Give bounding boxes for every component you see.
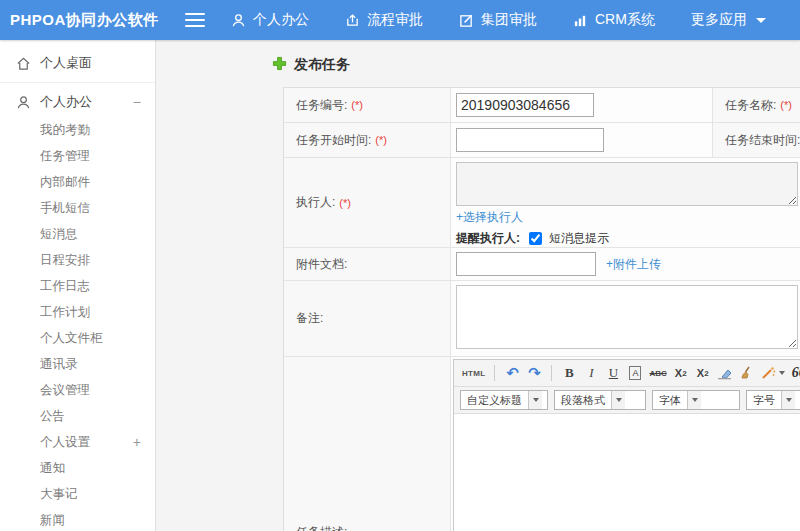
sidebar-item-label: 个人桌面 [40, 54, 92, 72]
remove-format-button[interactable]: A [625, 363, 645, 383]
sidebar-item-label: 短消息 [40, 226, 78, 243]
nav-label: 更多应用 [691, 11, 747, 29]
sidebar-item-label: 个人设置 [40, 434, 90, 451]
sidebar-item-personal-settings[interactable]: 个人设置 + [0, 429, 155, 455]
sidebar-item-schedule[interactable]: 日程安排 [0, 247, 155, 273]
broom-clean-icon[interactable] [737, 363, 757, 383]
custom-heading-select[interactable]: 自定义标题 [460, 390, 548, 410]
bar-chart-icon [573, 13, 588, 28]
top-nav: 个人办公 流程审批 集团审批 CRM系统 更多应用 [231, 11, 766, 29]
description-label: 任务描述:(*) [284, 357, 451, 531]
eraser-icon[interactable] [715, 363, 735, 383]
sidebar-item-file-cabinet[interactable]: 个人文件柜 [0, 325, 155, 351]
home-icon [16, 56, 31, 71]
subscript-button[interactable]: X2 [693, 363, 713, 383]
sidebar-item-label: 新闻 [40, 512, 65, 529]
editor-content-area[interactable] [454, 414, 800, 531]
sidebar-item-label: 日程安排 [40, 252, 90, 269]
user-icon [16, 95, 31, 110]
sidebar-item-label: 工作计划 [40, 304, 90, 321]
sidebar-item-contacts[interactable]: 通讯录 [0, 351, 155, 377]
process-clock-icon [345, 13, 360, 28]
caret-down-icon [528, 391, 542, 409]
nav-crm[interactable]: CRM系统 [573, 11, 655, 29]
divider [0, 82, 155, 83]
remind-row: 提醒执行人: 短消息提示 [456, 230, 609, 247]
nav-label: CRM系统 [595, 11, 655, 29]
attachment-cell: +附件上传 [451, 248, 800, 281]
sidebar-item-label: 内部邮件 [40, 174, 90, 191]
publish-task-form: 任务编号:(*) 任务名称:(*) 任务开始时间:(*) 任务结束时间:(*) [283, 87, 800, 531]
attachment-input[interactable] [456, 252, 596, 276]
end-time-label: 任务结束时间:(*) [713, 123, 800, 158]
sidebar-item-sms[interactable]: 手机短信 [0, 195, 155, 221]
sidebar-item-personal-office[interactable]: 个人办公 − [0, 87, 155, 117]
remark-textarea[interactable] [456, 285, 798, 349]
sidebar-item-attendance[interactable]: 我的考勤 [0, 117, 155, 143]
sidebar: 个人桌面 个人办公 − 我的考勤 任务管理 内部邮件 手机短信 短消息 日程安排… [0, 40, 156, 531]
start-time-label: 任务开始时间:(*) [284, 123, 451, 158]
sidebar-item-desktop[interactable]: 个人桌面 [0, 48, 155, 78]
editor-toolbar-row1: HTML ↶ ↷ B I U A ABC X2 X2 [454, 360, 800, 387]
blockquote-button[interactable]: 66 [789, 363, 800, 383]
sidebar-item-short-message[interactable]: 短消息 [0, 221, 155, 247]
executor-cell: +选择执行人 提醒执行人: 短消息提示 [451, 158, 800, 248]
nav-personal-office[interactable]: 个人办公 [231, 11, 309, 29]
sms-remind-checkbox[interactable] [529, 232, 542, 245]
nav-group-approval[interactable]: 集团审批 [459, 11, 537, 29]
sidebar-item-memorabilia[interactable]: 大事记 [0, 481, 155, 507]
caret-down-icon [756, 18, 766, 23]
sidebar-item-announcement[interactable]: 公告 [0, 403, 155, 429]
remark-label: 备注: [284, 281, 451, 357]
sidebar-item-work-log[interactable]: 工作日志 [0, 273, 155, 299]
description-cell: HTML ↶ ↷ B I U A ABC X2 X2 [451, 357, 800, 531]
task-name-label: 任务名称:(*) [713, 88, 800, 123]
sidebar-item-task-management[interactable]: 任务管理 [0, 143, 155, 169]
plus-icon [272, 56, 287, 75]
sidebar-item-label: 个人办公 [40, 93, 92, 111]
underline-button[interactable]: U [603, 363, 623, 383]
user-icon [231, 13, 246, 28]
sidebar-item-label: 通讯录 [40, 356, 78, 373]
sidebar-item-label: 手机短信 [40, 200, 90, 217]
font-family-select[interactable]: 字体 [652, 390, 740, 410]
undo-button[interactable]: ↶ [502, 363, 522, 383]
sidebar-item-work-plan[interactable]: 工作计划 [0, 299, 155, 325]
task-number-input[interactable] [456, 93, 594, 117]
collapse-icon[interactable]: − [133, 95, 141, 109]
select-executor-link[interactable]: +选择执行人 [456, 209, 523, 226]
sidebar-item-internal-mail[interactable]: 内部邮件 [0, 169, 155, 195]
sidebar-item-news[interactable]: 新闻 [0, 507, 155, 531]
html-source-button[interactable]: HTML [460, 363, 487, 383]
bold-button[interactable]: B [559, 363, 579, 383]
nav-label: 流程审批 [367, 11, 423, 29]
paragraph-format-select[interactable]: 段落格式 [554, 390, 646, 410]
toolbar-separator [494, 365, 495, 381]
caret-down-icon [611, 391, 625, 409]
nav-process-approval[interactable]: 流程审批 [345, 11, 423, 29]
strikethrough-button[interactable]: ABC [647, 363, 668, 383]
sidebar-item-label: 大事记 [40, 486, 78, 503]
remark-cell [451, 281, 800, 357]
menu-toggle-icon[interactable] [185, 13, 205, 27]
format-painter-wand-icon[interactable] [759, 363, 787, 383]
executor-label: 执行人:(*) [284, 158, 451, 248]
italic-button[interactable]: I [581, 363, 601, 383]
superscript-button[interactable]: X2 [671, 363, 691, 383]
font-size-select[interactable]: 字号 [746, 390, 800, 410]
attachment-upload-link[interactable]: +附件上传 [606, 256, 661, 273]
main-content: 发布任务 任务编号:(*) 任务名称:(*) 任务开始时间:(*) 任务结束时间 [156, 40, 800, 531]
page-title: 发布任务 [272, 54, 800, 76]
sidebar-item-meeting[interactable]: 会议管理 [0, 377, 155, 403]
sidebar-item-label: 个人文件柜 [40, 330, 103, 347]
nav-more-apps[interactable]: 更多应用 [691, 11, 766, 29]
executor-textarea[interactable] [456, 162, 798, 206]
start-time-input[interactable] [456, 128, 604, 152]
expand-icon[interactable]: + [133, 434, 141, 450]
sidebar-item-label: 任务管理 [40, 148, 90, 165]
nav-label: 集团审批 [481, 11, 537, 29]
redo-button[interactable]: ↷ [524, 363, 544, 383]
caret-down-icon [687, 391, 701, 409]
start-time-cell [451, 123, 713, 158]
sidebar-item-notice[interactable]: 通知 [0, 455, 155, 481]
